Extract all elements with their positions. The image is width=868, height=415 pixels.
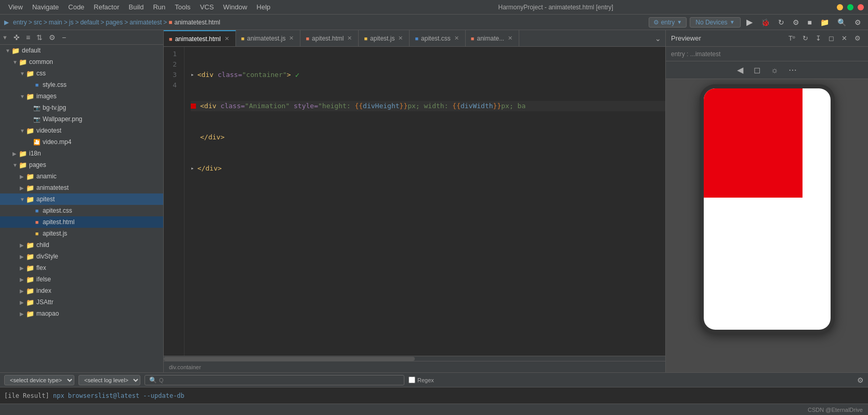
tree-item-child[interactable]: ▶ 📁 child bbox=[0, 239, 163, 251]
tree-item-flex[interactable]: ▶ 📁 flex bbox=[0, 262, 163, 274]
tree-item-wallpaper[interactable]: 📷 Wallpaper.png bbox=[0, 113, 163, 125]
tab-apitest-css[interactable]: ■ apitest.css ✕ bbox=[410, 30, 465, 47]
sidebar-sort-btn[interactable]: ⇅ bbox=[34, 32, 45, 43]
menu-view[interactable]: View bbox=[4, 2, 27, 12]
tree-item-default[interactable]: ▼ 📁 default bbox=[0, 45, 163, 56]
tab-more-btn[interactable]: ⌄ bbox=[651, 34, 665, 43]
tab-html-icon: ■ bbox=[169, 36, 173, 42]
reload-button[interactable]: ↻ bbox=[775, 17, 787, 28]
tab-close-btn[interactable]: ✕ bbox=[223, 35, 230, 42]
menu-navigate[interactable]: Navigate bbox=[28, 2, 63, 12]
menu-run[interactable]: Run bbox=[149, 2, 169, 12]
tree-item-jsattr[interactable]: ▶ 📁 JSAttr bbox=[0, 296, 163, 308]
breadcrumb-entry[interactable]: entry bbox=[13, 19, 27, 26]
tab-close-btn[interactable]: ✕ bbox=[288, 35, 295, 42]
tree-item-pages[interactable]: ▼ 📁 pages bbox=[0, 159, 163, 171]
stop-button[interactable]: ■ bbox=[805, 17, 814, 28]
sidebar-add-btn[interactable]: ✜ bbox=[11, 32, 22, 43]
entry-selector[interactable]: ⚙ entry ▼ bbox=[649, 17, 687, 28]
chevron-down-icon: ▼ bbox=[12, 59, 19, 65]
tree-item-i18n[interactable]: ▶ 📁 i18n bbox=[0, 148, 163, 159]
close-preview-btn[interactable]: ✕ bbox=[839, 33, 849, 43]
chevron-right-icon: ▶ bbox=[20, 311, 26, 317]
text-size-btn[interactable]: Tᶛ bbox=[786, 33, 797, 43]
menu-refactor[interactable]: Refactor bbox=[89, 2, 123, 12]
tree-item-divstyle[interactable]: ▶ 📁 divStyle bbox=[0, 251, 163, 262]
maximize-btn[interactable] bbox=[847, 4, 853, 10]
settings2-button[interactable]: ⚙ bbox=[790, 17, 802, 28]
menu-help[interactable]: Help bbox=[253, 2, 275, 12]
breadcrumb-animatetest-file[interactable]: animatetest.html bbox=[175, 19, 220, 26]
tree-item-bg-tv[interactable]: 📷 bg-tv.jpg bbox=[0, 102, 163, 113]
code-content[interactable]: ▸ <div class="container"> ✓ <div class="… bbox=[185, 47, 665, 356]
sidebar-list-btn[interactable]: ≡ bbox=[23, 32, 33, 43]
menu-build[interactable]: Build bbox=[124, 2, 148, 12]
tab-close-btn[interactable]: ✕ bbox=[453, 35, 460, 42]
tab-apitest-html[interactable]: ■ apitest.html ✕ bbox=[300, 30, 359, 47]
close-btn[interactable] bbox=[858, 4, 864, 10]
refresh-btn[interactable]: ↻ bbox=[800, 33, 810, 43]
download-btn[interactable]: ↧ bbox=[813, 33, 823, 43]
log-settings-btn[interactable]: ⚙ bbox=[857, 376, 864, 384]
space bbox=[290, 101, 294, 111]
tab-animate-more[interactable]: ■ animate... ✕ bbox=[466, 30, 519, 47]
breadcrumb-sep-3: > bbox=[64, 19, 68, 26]
inspector-btn[interactable]: ◻ bbox=[751, 63, 764, 76]
breadcrumb-animatetest-folder[interactable]: animatetest bbox=[129, 19, 162, 26]
device-type-select[interactable]: <select device type> bbox=[4, 375, 74, 385]
tree-item-animatetest[interactable]: ▶ 📁 animatetest bbox=[0, 182, 163, 193]
debug-button[interactable]: 🐞 bbox=[758, 17, 772, 28]
light-btn[interactable]: ☼ bbox=[768, 64, 782, 76]
tree-item-common[interactable]: ▼ 📁 common bbox=[0, 56, 163, 68]
minimize-btn[interactable] bbox=[837, 4, 843, 10]
tree-item-index[interactable]: ▶ 📁 index bbox=[0, 285, 163, 296]
menu-vcs[interactable]: VCS bbox=[196, 2, 218, 12]
log-search-input[interactable] bbox=[159, 377, 400, 383]
tab-close-btn[interactable]: ✕ bbox=[397, 35, 404, 42]
breadcrumb-default[interactable]: default bbox=[80, 19, 99, 26]
entry-icon: ⚙ bbox=[653, 19, 659, 26]
tab-animatetest-html[interactable]: ■ animatetest.html ✕ bbox=[164, 30, 236, 47]
tree-item-anamic[interactable]: ▶ 📁 anamic bbox=[0, 171, 163, 182]
tree-item-video[interactable]: 🎦 video.mp4 bbox=[0, 136, 163, 148]
menu-tools[interactable]: Tools bbox=[170, 2, 194, 12]
tree-item-apitest-html[interactable]: ■ apitest.html bbox=[0, 216, 163, 228]
sidebar-collapse-btn[interactable]: − bbox=[59, 32, 69, 43]
project-button[interactable]: 📁 bbox=[818, 17, 832, 28]
breadcrumb-src[interactable]: src bbox=[34, 19, 42, 26]
tree-label-images: images bbox=[36, 93, 57, 100]
tab-animatetest-js[interactable]: ■ animatetest.js ✕ bbox=[236, 30, 301, 47]
run-button[interactable]: ▶ bbox=[744, 16, 755, 28]
no-devices-button[interactable]: No Devices ▼ bbox=[690, 17, 740, 28]
tree-item-apitest-css[interactable]: ■ apitest.css bbox=[0, 205, 163, 216]
gear-button[interactable]: ⚙ bbox=[852, 17, 864, 28]
log-level-select[interactable]: <select log level> bbox=[78, 375, 140, 385]
search-button[interactable]: 🔍 bbox=[835, 17, 849, 28]
tree-item-maopao[interactable]: ▶ 📁 maopao bbox=[0, 308, 163, 319]
breadcrumb-js[interactable]: js bbox=[69, 19, 74, 26]
tab-apitest-js[interactable]: ■ apitest.js ✕ bbox=[359, 30, 410, 47]
horizontal-scrollbar[interactable] bbox=[164, 356, 665, 361]
expand-btn[interactable]: ◻ bbox=[826, 33, 836, 43]
tree-item-ifelse[interactable]: ▶ 📁 ifelse bbox=[0, 274, 163, 285]
breadcrumb-main[interactable]: main bbox=[49, 19, 62, 26]
more-btn[interactable]: ⋯ bbox=[785, 63, 800, 76]
tree-item-images[interactable]: ▼ 📁 images bbox=[0, 90, 163, 102]
menu-code[interactable]: Code bbox=[64, 2, 88, 12]
tab-close-btn[interactable]: ✕ bbox=[346, 35, 353, 42]
menu-window[interactable]: Window bbox=[219, 2, 251, 12]
sidebar-settings-btn[interactable]: ⚙ bbox=[46, 32, 58, 43]
tab-close-btn[interactable]: ✕ bbox=[507, 35, 514, 42]
tree-item-style-css[interactable]: ■ style.css bbox=[0, 79, 163, 90]
breadcrumb-pages[interactable]: pages bbox=[106, 19, 123, 26]
scrollbar-thumb[interactable] bbox=[164, 357, 415, 361]
tree-item-css[interactable]: ▼ 📁 css bbox=[0, 68, 163, 79]
tree-item-apitest[interactable]: ▼ 📁 apitest bbox=[0, 193, 163, 205]
tree-item-videotest[interactable]: ▼ 📁 videotest bbox=[0, 125, 163, 136]
tree-item-apitest-js[interactable]: ■ apitest.js bbox=[0, 228, 163, 239]
code-editor[interactable]: 1 2 3 4 ▸ <div class="container"> ✓ <div… bbox=[164, 47, 665, 356]
settings-prev-btn[interactable]: ⚙ bbox=[852, 33, 863, 43]
regex-checkbox[interactable] bbox=[409, 377, 415, 383]
back-btn[interactable]: ◀ bbox=[734, 63, 746, 76]
brace-open2: {{ bbox=[452, 101, 461, 111]
